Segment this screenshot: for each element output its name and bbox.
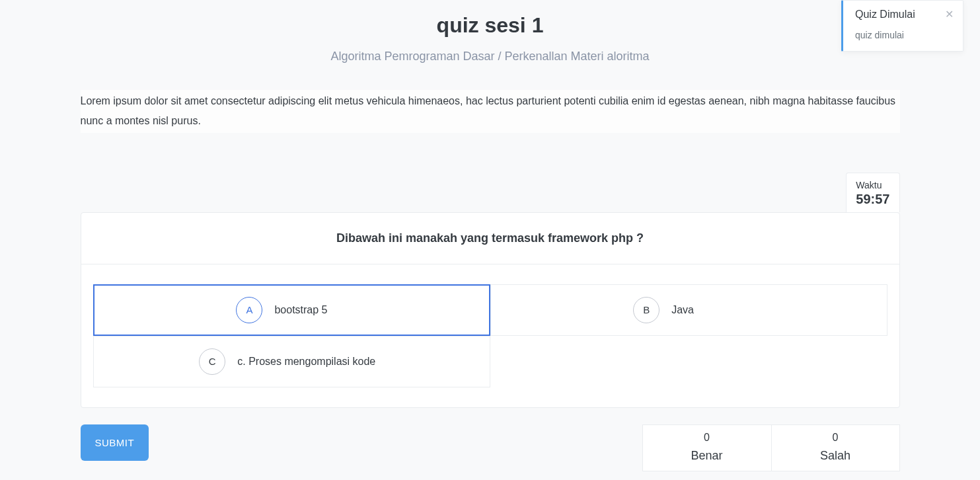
toast-body: quiz dimulai [855,30,954,40]
page-title: quiz sesi 1 [81,13,900,38]
option-letter: A [236,297,262,323]
breadcrumb: Algoritma Pemrograman Dasar / Perkenalla… [81,50,900,63]
option-letter: B [633,297,660,323]
timer-label: Waktu [856,180,889,190]
option-text: bootstrap 5 [274,304,327,316]
score-wrong-count: 0 [772,432,899,444]
option-b[interactable]: B Java [490,284,887,336]
option-letter: C [199,348,225,375]
score-correct-count: 0 [643,432,771,444]
question-header: Dibawah ini manakah yang termasuk framew… [81,213,899,264]
toast-notification: Quiz Dimulai ✕ quiz dimulai [841,0,963,52]
score-wrong-label: Salah [772,449,899,463]
timer-box: Waktu 59:57 [846,173,899,212]
timer-value: 59:57 [856,192,889,207]
question-card: Dibawah ini manakah yang termasuk framew… [81,212,900,408]
submit-button[interactable]: SUBMIT [81,424,149,461]
score-correct: 0 Benar [642,424,771,471]
quiz-description: Lorem ipsum dolor sit amet consectetur a… [81,90,900,133]
score-wrong: 0 Salah [771,424,900,471]
question-text: Dibawah ini manakah yang termasuk framew… [94,231,886,245]
score-boxes: 0 Benar 0 Salah [642,424,900,471]
option-a[interactable]: A bootstrap 5 [93,284,490,336]
score-correct-label: Benar [643,449,771,463]
option-text: c. Proses mengompilasi kode [237,356,375,368]
options-grid: A bootstrap 5 B Java C c. Proses mengomp… [81,264,899,407]
toast-title: Quiz Dimulai [855,9,915,20]
close-icon[interactable]: ✕ [945,9,954,20]
option-c[interactable]: C c. Proses mengompilasi kode [93,336,490,387]
option-text: Java [671,304,694,316]
